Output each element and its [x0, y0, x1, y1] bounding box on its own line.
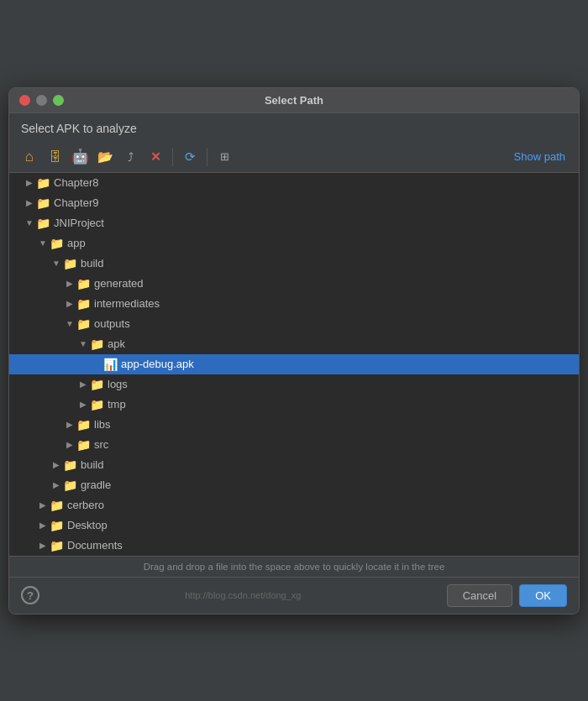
tree-item-outputs[interactable]: ▼ 📁 outputs: [9, 314, 579, 334]
android-button[interactable]: 🤖: [68, 145, 92, 169]
folder-button[interactable]: 🗄: [43, 145, 66, 169]
folder-icon: 🗄: [49, 149, 61, 164]
item-label: generated: [94, 277, 144, 290]
tree-item-chapter8[interactable]: ▶ 📁 Chapter8: [9, 173, 579, 193]
up-icon: ⤴: [128, 150, 134, 164]
item-label: build: [81, 257, 103, 269]
dialog-title: Select Path: [265, 94, 323, 107]
tree-item-gradle[interactable]: ▶ 📁 gradle: [9, 475, 579, 495]
arrow-icon: ▶: [76, 400, 90, 409]
arrow-icon: ▶: [50, 460, 63, 469]
arrow-icon: ▶: [23, 198, 36, 207]
cancel-button[interactable]: Cancel: [447, 584, 512, 607]
show-path-button[interactable]: Show path: [509, 147, 570, 166]
new-folder-icon: 📂: [97, 149, 113, 165]
item-label: gradle: [81, 479, 111, 491]
arrow-icon: ▼: [36, 238, 50, 248]
arrow-icon: ▶: [36, 500, 50, 510]
minimize-button[interactable]: [36, 95, 47, 106]
home-button[interactable]: ⌂: [18, 145, 41, 169]
arrow-icon: ▼: [50, 259, 63, 268]
tree-item-jniproject[interactable]: ▼ 📁 JNIProject: [9, 213, 579, 233]
ok-button[interactable]: OK: [519, 584, 567, 607]
tree-item-build1[interactable]: ▼ 📁 build: [9, 254, 579, 274]
arrow-icon: ▶: [23, 178, 36, 187]
tree-item-desktop[interactable]: ▶ 📁 Desktop: [9, 515, 579, 536]
tree-item-tmp[interactable]: ▶ 📁 tmp: [9, 395, 579, 415]
folder-icon: 📁: [76, 297, 91, 311]
folder-icon: 📁: [90, 378, 104, 391]
arrow-icon: ▶: [63, 440, 76, 449]
apk-icon: 📊: [103, 358, 118, 371]
folder-icon: 📁: [76, 277, 91, 290]
arrow-icon: ▶: [63, 299, 76, 308]
tree-item-documents[interactable]: ▶ 📁 Documents: [9, 536, 579, 556]
delete-button[interactable]: ✕: [144, 145, 167, 169]
item-label: outputs: [94, 317, 130, 330]
folder-icon: 📁: [76, 317, 91, 331]
up-button[interactable]: ⤴: [118, 145, 142, 169]
arrow-icon: ▼: [76, 339, 90, 348]
folder-icon: 📁: [36, 196, 50, 210]
arrow-icon: ▶: [36, 541, 50, 550]
folder-icon: 📁: [76, 438, 91, 452]
tree-item-generated[interactable]: ▶ 📁 generated: [9, 274, 579, 294]
item-label: libs: [94, 418, 111, 431]
item-label: Chapter9: [54, 196, 98, 209]
item-label: src: [94, 438, 108, 451]
tree-item-chapter9[interactable]: ▶ 📁 Chapter9: [9, 193, 579, 213]
footer-left: ?: [21, 586, 39, 604]
folder-icon: 📁: [63, 458, 77, 472]
arrow-icon: ▶: [36, 521, 50, 530]
delete-icon: ✕: [150, 149, 161, 165]
grid-icon: ⊞: [220, 150, 229, 163]
item-label: build: [81, 458, 103, 471]
file-tree[interactable]: ▶ 📁 Chapter8 ▶ 📁 Chapter9 ▼ 📁 JNIProject…: [9, 173, 579, 556]
item-label: tmp: [108, 398, 126, 411]
tree-item-apk[interactable]: ▼ 📁 apk: [9, 334, 579, 354]
grid-button[interactable]: ⊞: [213, 145, 236, 169]
title-bar: Select Path: [9, 88, 579, 113]
footer-right: Cancel OK: [447, 584, 567, 607]
folder-icon: 📁: [36, 217, 50, 230]
maximize-button[interactable]: [53, 95, 64, 106]
tree-item-app[interactable]: ▼ 📁 app: [9, 233, 579, 254]
separator-2: [207, 148, 207, 166]
item-label: logs: [108, 378, 128, 390]
item-label: JNIProject: [54, 217, 104, 229]
arrow-icon: ▼: [63, 319, 76, 328]
tree-item-logs[interactable]: ▶ 📁 logs: [9, 374, 579, 395]
watermark: http://blog.csdn.net/dong_xg: [185, 590, 301, 600]
tree-item-appdebug[interactable]: 📊 app-debug.apk: [9, 354, 579, 374]
item-label: app-debug.apk: [121, 358, 194, 370]
refresh-button[interactable]: ⟳: [178, 145, 202, 169]
android-icon: 🤖: [71, 148, 89, 165]
tree-item-intermediates[interactable]: ▶ 📁 intermediates: [9, 294, 579, 314]
arrow-icon: ▶: [76, 379, 90, 389]
new-folder-button[interactable]: 📂: [93, 145, 117, 169]
window-buttons: [19, 95, 64, 106]
refresh-icon: ⟳: [185, 149, 196, 165]
tree-item-build2[interactable]: ▶ 📁 build: [9, 455, 579, 475]
arrow-icon: ▶: [63, 279, 76, 288]
help-button[interactable]: ?: [21, 586, 39, 604]
home-icon: ⌂: [25, 149, 34, 165]
dialog-window: Select Path Select APK to analyze ⌂ 🗄 🤖 …: [8, 87, 580, 615]
tree-item-libs[interactable]: ▶ 📁 libs: [9, 415, 579, 435]
folder-icon: 📁: [50, 237, 64, 250]
item-label: Documents: [67, 539, 123, 552]
item-label: intermediates: [94, 297, 160, 310]
tree-item-src[interactable]: ▶ 📁 src: [9, 435, 579, 455]
folder-icon: 📁: [63, 479, 77, 492]
folder-icon: 📁: [50, 499, 64, 512]
subtitle: Select APK to analyze: [9, 113, 579, 142]
folder-icon: 📁: [63, 257, 77, 270]
item-label: app: [67, 237, 86, 249]
item-label: Chapter8: [54, 176, 98, 189]
folder-icon: 📁: [36, 176, 50, 190]
close-button[interactable]: [19, 95, 30, 106]
folder-icon: 📁: [50, 539, 64, 552]
arrow-icon: ▼: [23, 218, 36, 228]
item-label: apk: [108, 337, 125, 350]
tree-item-cerbero[interactable]: ▶ 📁 cerbero: [9, 495, 579, 515]
